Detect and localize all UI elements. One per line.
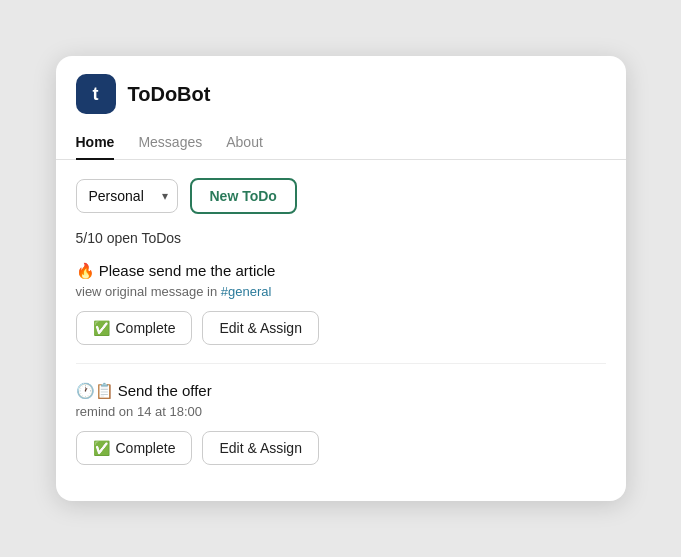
edit-assign-button-2[interactable]: Edit & Assign: [202, 431, 319, 465]
tab-about[interactable]: About: [226, 126, 263, 160]
app-header: t ToDoBot: [56, 56, 626, 126]
toolbar: Personal Work Other ▾ New ToDo: [76, 178, 606, 214]
edit-assign-button-1[interactable]: Edit & Assign: [202, 311, 319, 345]
complete-label-2: Complete: [116, 440, 176, 456]
complete-icon-2: ✅: [93, 440, 110, 456]
todo-actions-2: ✅ Complete Edit & Assign: [76, 431, 606, 465]
complete-icon-1: ✅: [93, 320, 110, 336]
app-card: t ToDoBot Home Messages About Personal W…: [56, 56, 626, 501]
tab-home[interactable]: Home: [76, 126, 115, 160]
complete-button-2[interactable]: ✅ Complete: [76, 431, 193, 465]
tab-messages[interactable]: Messages: [138, 126, 202, 160]
category-select-wrapper: Personal Work Other ▾: [76, 179, 178, 213]
todo-text-2: Send the offer: [118, 382, 212, 399]
app-title: ToDoBot: [128, 83, 211, 106]
complete-label-1: Complete: [116, 320, 176, 336]
category-select[interactable]: Personal Work Other: [76, 179, 178, 213]
todo-item-1: 🔥 Please send me the article view origin…: [76, 262, 606, 364]
tab-bar: Home Messages About: [56, 126, 626, 160]
new-todo-button[interactable]: New ToDo: [190, 178, 297, 214]
todo-emoji-2: 🕐📋: [76, 382, 114, 399]
todo-title-1: 🔥 Please send me the article: [76, 262, 606, 280]
app-logo: t: [76, 74, 116, 114]
todo-meta-1: view original message in #general: [76, 284, 606, 299]
complete-button-1[interactable]: ✅ Complete: [76, 311, 193, 345]
todo-meta-link-1[interactable]: #general: [221, 284, 272, 299]
todo-count: 5/10 open ToDos: [76, 230, 606, 246]
todo-meta-2: remind on 14 at 18:00: [76, 404, 606, 419]
todo-meta-text-1: view original message in: [76, 284, 221, 299]
logo-letter: t: [93, 84, 99, 105]
todo-meta-text-2: remind on 14 at 18:00: [76, 404, 202, 419]
todo-item-2: 🕐📋 Send the offer remind on 14 at 18:00 …: [76, 382, 606, 483]
todo-emoji-1: 🔥: [76, 262, 95, 279]
todo-title-2: 🕐📋 Send the offer: [76, 382, 606, 400]
main-content: Personal Work Other ▾ New ToDo 5/10 open…: [56, 160, 626, 501]
todo-actions-1: ✅ Complete Edit & Assign: [76, 311, 606, 345]
todo-text-1: Please send me the article: [99, 262, 276, 279]
